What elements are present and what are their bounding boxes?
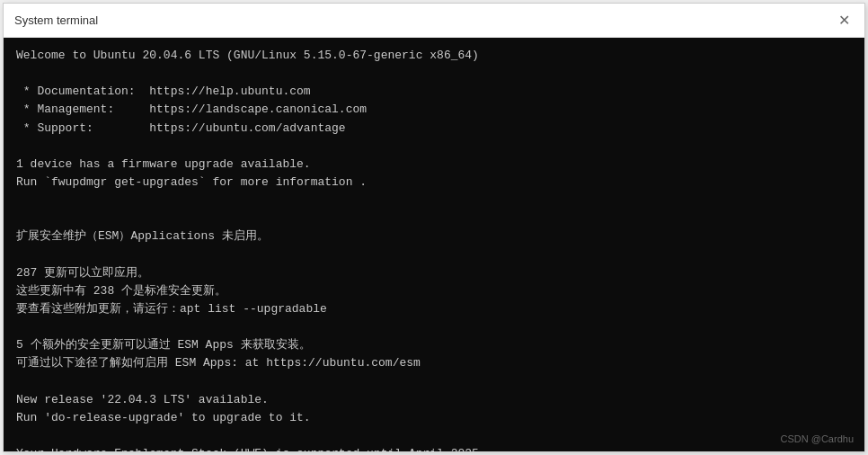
title-bar: System terminal ✕: [4, 4, 864, 38]
close-button[interactable]: ✕: [834, 11, 854, 31]
terminal-output: Welcome to Ubuntu 20.04.6 LTS (GNU/Linux…: [16, 47, 852, 451]
terminal-area[interactable]: Welcome to Ubuntu 20.04.6 LTS (GNU/Linux…: [4, 38, 864, 451]
watermark: CSDN @Cardhu: [781, 433, 854, 444]
window-title: System terminal: [14, 13, 98, 27]
system-terminal-window: System terminal ✕ Welcome to Ubuntu 20.0…: [3, 3, 865, 452]
